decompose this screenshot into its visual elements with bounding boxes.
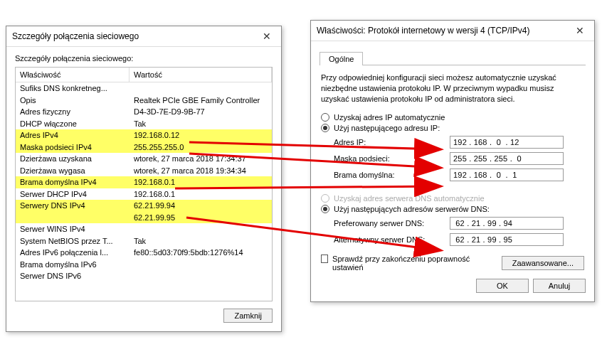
property-cell: Serwery DNS IPv4 bbox=[16, 200, 130, 212]
details-header: Właściwość Wartość bbox=[16, 68, 272, 82]
row-gw: Brama domyślna: bbox=[334, 168, 584, 181]
close-button[interactable]: Zamknij bbox=[223, 309, 273, 323]
value-cell: wtorek, 27 marca 2018 17:34:37 bbox=[130, 153, 272, 165]
property-cell: Serwer DHCP IPv4 bbox=[16, 188, 130, 200]
radio-ip-manual-label: Użyj następującego adresu IP: bbox=[334, 124, 440, 132]
radio-ip-auto[interactable]: Uzyskaj adres IP automatycznie bbox=[321, 113, 584, 122]
label-dns1: Preferowany serwer DNS: bbox=[334, 219, 444, 228]
details-subtitle: Szczegóły połączenia sieciowego: bbox=[15, 54, 273, 63]
radio-dns-auto: Uzyskaj adres serwera DNS automatycznie bbox=[321, 194, 584, 203]
value-cell: 255.255.255.0 bbox=[130, 141, 272, 154]
cancel-button[interactable]: Anuluj bbox=[533, 279, 586, 293]
radio-icon bbox=[321, 113, 329, 122]
table-row[interactable]: Maska podsieci IPv4255.255.255.0 bbox=[16, 141, 272, 154]
window-title-right: Właściwości: Protokół internetowy w wers… bbox=[317, 26, 529, 36]
titlebar-left: Szczegóły połączenia sieciowego ✕ bbox=[6, 26, 281, 47]
value-cell: Tak bbox=[130, 235, 272, 247]
property-cell: DHCP włączone bbox=[16, 118, 130, 130]
radio-icon bbox=[321, 194, 329, 203]
table-row[interactable]: Dzierżawa wygasawtorek, 27 marca 2018 19… bbox=[16, 165, 272, 177]
label-mask: Maska podsieci: bbox=[334, 154, 444, 163]
row-dns2: Alternatywny serwer DNS: bbox=[334, 233, 584, 246]
radio-dns-auto-label: Uzyskaj adres serwera DNS automatycznie bbox=[334, 194, 485, 203]
radio-dns-manual[interactable]: Użyj następujących adresów serwerów DNS: bbox=[321, 205, 584, 213]
close-icon[interactable]: ✕ bbox=[571, 25, 588, 36]
value-cell: D4-3D-7E-D9-9B-77 bbox=[130, 106, 272, 118]
value-cell: wtorek, 27 marca 2018 19:34:34 bbox=[130, 165, 272, 177]
radio-ip-manual[interactable]: Użyj następującego adresu IP: bbox=[321, 124, 584, 132]
value-cell bbox=[130, 82, 272, 95]
label-ip: Adres IP: bbox=[334, 138, 444, 146]
property-cell: Brama domyślna IPv4 bbox=[16, 176, 130, 188]
table-row[interactable]: Serwery DNS IPv462.21.99.94 bbox=[16, 200, 272, 212]
ipv4-properties-window: Właściwości: Protokół internetowy w wers… bbox=[310, 20, 595, 302]
radio-dns-manual-label: Użyj następujących adresów serwerów DNS: bbox=[334, 205, 490, 213]
property-cell: Dzierżawa uzyskana bbox=[16, 153, 130, 165]
dns2-input[interactable] bbox=[450, 233, 564, 246]
row-dns1: Preferowany serwer DNS: bbox=[334, 217, 584, 230]
value-cell: 192.168.0.12 bbox=[130, 129, 272, 141]
table-row[interactable]: Serwer WINS IPv4 bbox=[16, 223, 272, 235]
header-property: Właściwość bbox=[16, 68, 130, 82]
property-cell: Sufiks DNS konkretneg... bbox=[16, 82, 130, 95]
row-ip: Adres IP: bbox=[334, 136, 584, 149]
titlebar-right: Właściwości: Protokół internetowy w wers… bbox=[311, 21, 594, 41]
property-cell: Brama domyślna IPv6 bbox=[16, 259, 130, 271]
dns1-input[interactable] bbox=[450, 217, 564, 230]
window-title-left: Szczegóły połączenia sieciowego bbox=[12, 31, 139, 41]
label-dns2: Alternatywny serwer DNS: bbox=[334, 235, 444, 244]
property-cell: Adres IPv4 bbox=[16, 129, 130, 141]
header-value: Wartość bbox=[130, 68, 272, 82]
property-cell: Dzierżawa wygasa bbox=[16, 165, 130, 177]
mask-input[interactable] bbox=[450, 152, 564, 165]
table-row[interactable]: Adres IPv6 połączenia l...fe80::5d03:70f… bbox=[16, 247, 272, 259]
value-cell: Tak bbox=[130, 118, 272, 130]
value-cell: 62.21.99.94 bbox=[130, 200, 272, 212]
ip-input[interactable] bbox=[450, 136, 564, 149]
table-row[interactable]: 62.21.99.95 bbox=[16, 212, 272, 224]
radio-icon bbox=[321, 205, 329, 213]
value-cell: 192.168.0.1 bbox=[130, 176, 272, 188]
table-row[interactable]: Adres fizycznyD4-3D-7E-D9-9B-77 bbox=[16, 106, 272, 118]
value-cell: Realtek PCIe GBE Family Controller bbox=[130, 95, 272, 107]
table-row[interactable]: Serwer DHCP IPv4192.168.0.1 bbox=[16, 188, 272, 200]
table-row[interactable]: System NetBIOS przez T...Tak bbox=[16, 235, 272, 247]
tab-strip: Ogólne bbox=[320, 51, 586, 65]
value-cell: 192.168.0.1 bbox=[130, 188, 272, 200]
property-cell: Maska podsieci IPv4 bbox=[16, 141, 130, 154]
table-row[interactable]: Serwer DNS IPv6 bbox=[16, 270, 272, 282]
property-cell bbox=[16, 212, 130, 224]
value-cell bbox=[130, 270, 272, 282]
ok-button[interactable]: OK bbox=[476, 279, 529, 293]
property-cell: Serwer DNS IPv6 bbox=[16, 270, 130, 282]
table-row[interactable]: DHCP włączoneTak bbox=[16, 118, 272, 130]
table-row[interactable]: OpisRealtek PCIe GBE Family Controller bbox=[16, 95, 272, 107]
row-mask: Maska podsieci: bbox=[334, 152, 584, 165]
property-cell: Adres IPv6 połączenia l... bbox=[16, 247, 130, 259]
value-cell bbox=[130, 223, 272, 235]
table-row[interactable]: Brama domyślna IPv6 bbox=[16, 259, 272, 271]
table-row[interactable]: Sufiks DNS konkretneg... bbox=[16, 82, 272, 95]
radio-icon bbox=[321, 124, 329, 132]
close-icon[interactable]: ✕ bbox=[258, 31, 275, 42]
validate-checkbox[interactable] bbox=[321, 255, 328, 263]
tab-general[interactable]: Ogólne bbox=[320, 52, 363, 65]
description-text: Przy odpowiedniej konfiguracji sieci moż… bbox=[321, 73, 584, 105]
advanced-button[interactable]: Zaawansowane... bbox=[502, 256, 584, 270]
gateway-input[interactable] bbox=[450, 168, 564, 181]
property-cell: Opis bbox=[16, 95, 130, 107]
table-row[interactable]: Brama domyślna IPv4192.168.0.1 bbox=[16, 176, 272, 188]
table-row[interactable]: Dzierżawa uzyskanawtorek, 27 marca 2018 … bbox=[16, 153, 272, 165]
validate-label: Sprawdź przy zakończeniu poprawność usta… bbox=[332, 255, 470, 272]
property-cell: Serwer WINS IPv4 bbox=[16, 223, 130, 235]
network-details-window: Szczegóły połączenia sieciowego ✕ Szczeg… bbox=[6, 26, 282, 332]
details-list: Właściwość Wartość Sufiks DNS konkretneg… bbox=[15, 67, 273, 301]
label-gw: Brama domyślna: bbox=[334, 171, 444, 179]
property-cell: Adres fizyczny bbox=[16, 106, 130, 118]
value-cell bbox=[130, 259, 272, 271]
value-cell: 62.21.99.95 bbox=[130, 212, 272, 224]
table-row[interactable]: Adres IPv4192.168.0.12 bbox=[16, 129, 272, 141]
property-cell: System NetBIOS przez T... bbox=[16, 235, 130, 247]
value-cell: fe80::5d03:70f9:5bdb:1276%14 bbox=[130, 247, 272, 259]
radio-ip-auto-label: Uzyskaj adres IP automatycznie bbox=[334, 113, 445, 122]
